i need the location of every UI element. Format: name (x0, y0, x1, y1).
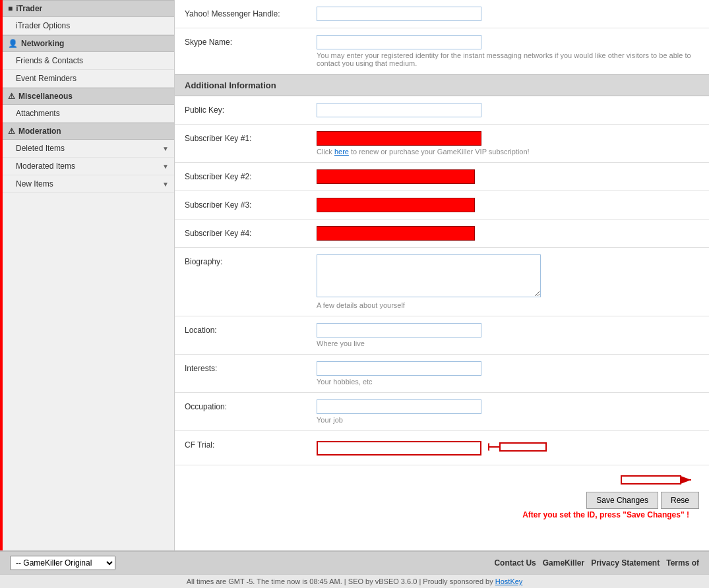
sidebar-item-friends-contacts[interactable]: Friends & Contacts (3, 52, 174, 70)
sidebar: ■ iTrader iTrader Options 👤 Networking F… (0, 0, 175, 550)
subscriber-key-3-label: Subscriber Key #3: (185, 198, 317, 210)
subscriber-key-4-label: Subscriber Key #4: (185, 226, 317, 238)
yahoo-messenger-label: Yahoo! Messenger Handle: (185, 7, 317, 18)
terms-of-link[interactable]: Terms of (666, 558, 699, 568)
subscriber-key-1-row: Subscriber Key #1: Click here to renew o… (175, 125, 709, 163)
event-reminders-link[interactable]: Event Reminders (16, 74, 77, 83)
footer-theme-select: -- GameKiller Original (10, 556, 115, 570)
moderation-icon: ⚠ (8, 127, 15, 136)
new-items-arrow: ▼ (162, 181, 169, 188)
save-changes-button[interactable]: Save Changes (586, 492, 658, 509)
subscriber-key-3-field (317, 198, 699, 212)
skype-row: Skype Name: You may enter your registere… (175, 28, 709, 74)
interests-label: Interests: (185, 361, 317, 373)
biography-row: Biography: A few details about yourself (175, 248, 709, 316)
save-arrow-icon (620, 471, 699, 489)
privacy-statement-link[interactable]: Privacy Statement (591, 558, 660, 568)
deleted-items-arrow: ▼ (162, 145, 169, 152)
interests-field: Your hobbies, etc (317, 361, 699, 386)
footer-bar: -- GameKiller Original Contact Us GameKi… (0, 550, 709, 574)
interests-hint: Your hobbies, etc (317, 378, 699, 386)
subscriber-key-4-input[interactable] (317, 226, 475, 241)
subscriber-key-4-row: Subscriber Key #4: (175, 220, 709, 248)
public-key-field (317, 103, 699, 117)
subscriber-key-3-input[interactable] (317, 198, 475, 212)
sidebar-item-moderated-items[interactable]: Moderated Items ▼ (3, 158, 174, 175)
cf-trial-label: CF Trial: (185, 438, 317, 450)
biography-textarea[interactable] (317, 254, 541, 297)
networking-icon: 👤 (8, 39, 18, 48)
yahoo-messenger-field (317, 7, 699, 21)
save-arrow-row (185, 471, 699, 489)
theme-select[interactable]: -- GameKiller Original (10, 556, 115, 570)
skype-field: You may enter your registered identity f… (317, 35, 699, 67)
subscriber-key-1-hint: Click here to renew or purchase your Gam… (317, 148, 699, 156)
cf-trial-row: CF Trial: VIP Key Genorator ID here! (175, 431, 709, 465)
location-hint: Where you live (317, 339, 699, 347)
location-field: Where you live (317, 323, 699, 347)
skype-input[interactable] (317, 35, 481, 49)
moderated-items-link[interactable]: Moderated Items (16, 162, 75, 171)
new-items-link[interactable]: New Items (16, 179, 53, 189)
sidebar-section-moderation-label: Moderation (18, 127, 61, 136)
misc-icon: ⚠ (8, 92, 15, 101)
deleted-items-link[interactable]: Deleted Items (16, 144, 65, 153)
subscriber-key-1-hint-link[interactable]: here (334, 148, 349, 156)
sidebar-section-misc-label: Miscellaneous (18, 92, 73, 101)
svg-rect-4 (621, 476, 681, 484)
svg-rect-1 (500, 443, 546, 451)
occupation-label: Occupation: (185, 399, 317, 411)
additional-info-header: Additional Information (175, 74, 709, 96)
public-key-input[interactable] (317, 103, 481, 117)
sidebar-section-networking: 👤 Networking (3, 35, 174, 52)
sidebar-item-deleted-items[interactable]: Deleted Items ▼ (3, 140, 174, 158)
footer-links: Contact Us GameKiller Privacy Statement … (494, 558, 699, 568)
sidebar-item-attachments[interactable]: Attachments (3, 105, 174, 123)
occupation-row: Occupation: Your job (175, 393, 709, 431)
gamekiller-link[interactable]: GameKiller (543, 558, 584, 568)
sidebar-section-itrader: ■ iTrader (3, 0, 174, 17)
cf-trial-arrow-annotation (488, 438, 554, 458)
sidebar-section-networking-label: Networking (21, 39, 64, 48)
attachments-link[interactable]: Attachments (16, 109, 60, 118)
subscriber-key-1-label: Subscriber Key #1: (185, 131, 317, 143)
contact-us-link[interactable]: Contact Us (494, 558, 536, 568)
sidebar-section-itrader-label: iTrader (16, 4, 42, 13)
subscriber-key-3-row: Subscriber Key #3: (175, 191, 709, 220)
location-input[interactable] (317, 323, 481, 338)
public-key-label: Public Key: (185, 103, 317, 115)
skype-label: Skype Name: (185, 35, 317, 47)
interests-input[interactable] (317, 361, 481, 376)
main-area: ■ iTrader iTrader Options 👤 Networking F… (0, 0, 709, 550)
hostkey-link[interactable]: HostKey (495, 577, 523, 585)
sidebar-item-new-items[interactable]: New Items ▼ (3, 175, 174, 193)
subscriber-key-1-input[interactable] (317, 131, 481, 146)
location-row: Location: Where you live (175, 316, 709, 355)
subscriber-key-2-row: Subscriber Key #2: (175, 163, 709, 191)
save-instruction: After you set the ID, press "Save Change… (185, 509, 699, 523)
subscriber-key-1-field: Click here to renew or purchase your Gam… (317, 131, 699, 156)
moderated-items-arrow: ▼ (162, 163, 169, 170)
friends-contacts-link[interactable]: Friends & Contacts (16, 56, 83, 65)
subscriber-key-2-field (317, 169, 699, 184)
yahoo-messenger-input[interactable] (317, 7, 481, 21)
sidebar-section-miscellaneous: ⚠ Miscellaneous (3, 88, 174, 105)
biography-label: Biography: (185, 254, 317, 266)
interests-row: Interests: Your hobbies, etc (175, 355, 709, 393)
yahoo-messenger-row: Yahoo! Messenger Handle: (175, 0, 709, 28)
content-area: Yahoo! Messenger Handle: Skype Name: You… (175, 0, 709, 550)
sidebar-item-event-reminders[interactable]: Event Reminders (3, 70, 174, 88)
biography-hint: A few details about yourself (317, 301, 699, 309)
sidebar-section-moderation: ⚠ Moderation (3, 123, 174, 140)
sidebar-item-itrader-options[interactable]: iTrader Options (3, 17, 174, 35)
itrader-options-link[interactable]: iTrader Options (16, 21, 70, 30)
page-wrapper: ■ iTrader iTrader Options 👤 Networking F… (0, 0, 709, 588)
reset-button[interactable]: Rese (661, 492, 699, 509)
cf-trial-field: VIP Key Genorator ID here! (317, 438, 699, 458)
itrader-icon: ■ (8, 4, 13, 13)
cf-trial-input[interactable]: VIP Key Genorator ID here! (317, 441, 481, 456)
public-key-row: Public Key: (175, 96, 709, 125)
occupation-input[interactable] (317, 399, 481, 414)
save-area: Save Changes Rese After you set the ID, … (175, 465, 709, 529)
subscriber-key-2-input[interactable] (317, 169, 475, 184)
